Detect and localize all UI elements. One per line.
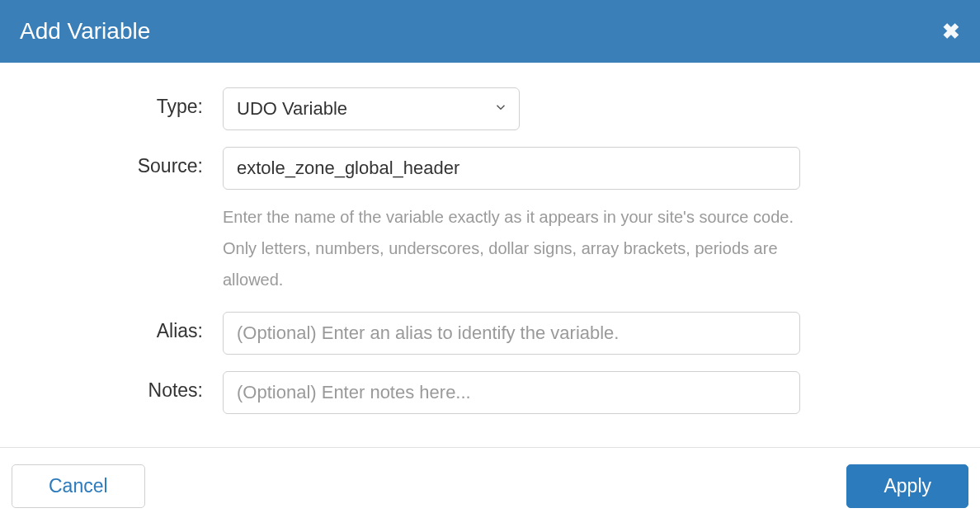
- source-help-text: Enter the name of the variable exactly a…: [223, 201, 800, 295]
- modal-body: Type: Source: Enter the name of the vari…: [0, 63, 980, 447]
- type-select-wrap: [223, 87, 520, 130]
- modal-title: Add Variable: [20, 18, 150, 45]
- type-row: Type:: [33, 87, 947, 130]
- notes-row: Notes:: [33, 371, 947, 414]
- notes-label: Notes:: [33, 371, 223, 402]
- notes-input[interactable]: [223, 371, 800, 414]
- type-label: Type:: [33, 87, 223, 118]
- source-control-wrap: Enter the name of the variable exactly a…: [223, 147, 800, 295]
- source-input[interactable]: [223, 147, 800, 190]
- type-control-wrap: [223, 87, 800, 130]
- notes-control-wrap: [223, 371, 800, 414]
- alias-control-wrap: [223, 312, 800, 355]
- alias-row: Alias:: [33, 312, 947, 355]
- type-select[interactable]: [223, 87, 520, 130]
- source-row: Source: Enter the name of the variable e…: [33, 147, 947, 295]
- add-variable-modal: Add Variable ✖ Type: Source: Enter the n…: [0, 0, 980, 513]
- modal-header: Add Variable ✖: [0, 0, 980, 63]
- modal-footer: Cancel Apply: [0, 447, 980, 513]
- cancel-button[interactable]: Cancel: [12, 464, 145, 508]
- source-label: Source:: [33, 147, 223, 177]
- alias-input[interactable]: [223, 312, 800, 355]
- apply-button[interactable]: Apply: [846, 464, 968, 508]
- close-icon[interactable]: ✖: [942, 21, 960, 42]
- alias-label: Alias:: [33, 312, 223, 342]
